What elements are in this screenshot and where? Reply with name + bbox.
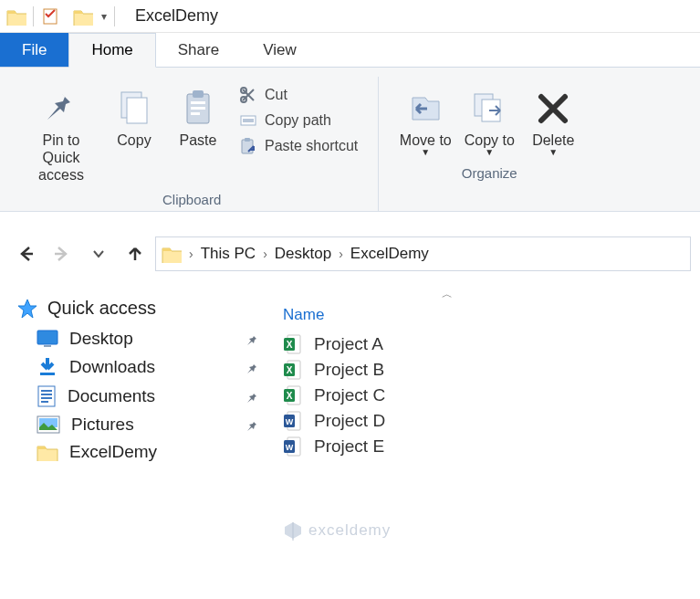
paste-button[interactable]: Paste bbox=[166, 84, 230, 152]
delete-button[interactable]: Delete ▼ bbox=[521, 84, 585, 162]
sidebar-item-pictures[interactable]: Pictures bbox=[13, 411, 261, 438]
quick-access-label: Quick access bbox=[47, 298, 156, 319]
excel-file-icon bbox=[283, 360, 303, 380]
titlebar: ▾ ExcelDemy bbox=[0, 0, 700, 33]
paste-shortcut-button[interactable]: Paste shortcut bbox=[234, 135, 363, 157]
ribbon-group-organize: Move to ▼ Copy to ▼ Delete ▼ Organize bbox=[379, 77, 600, 211]
sidebar-item-label: Pictures bbox=[71, 415, 134, 435]
sidebar-item-label: Downloads bbox=[69, 357, 155, 377]
sidebar-item-documents[interactable]: Documents bbox=[13, 382, 261, 411]
file-item[interactable]: Project B bbox=[276, 357, 691, 383]
column-header-label: Name bbox=[283, 306, 324, 324]
chevron-right-icon[interactable]: › bbox=[263, 247, 267, 261]
copy-path-button[interactable]: Copy path bbox=[234, 110, 363, 131]
pin-icon bbox=[245, 418, 257, 431]
qat-newfolder-icon[interactable] bbox=[67, 0, 99, 33]
chevron-right-icon[interactable]: › bbox=[339, 247, 343, 261]
paste-label: Paste bbox=[180, 131, 217, 149]
svg-rect-17 bbox=[243, 119, 254, 122]
svg-rect-12 bbox=[191, 107, 205, 110]
svg-rect-18 bbox=[242, 140, 253, 153]
pin-icon bbox=[245, 332, 257, 345]
pin-label: Pin to Quick access bbox=[22, 131, 100, 184]
tab-file[interactable]: File bbox=[0, 33, 68, 67]
column-header-name[interactable]: Name bbox=[276, 302, 691, 331]
file-name: Project B bbox=[314, 360, 384, 380]
file-item[interactable]: Project D bbox=[276, 408, 691, 434]
copy-label: Copy bbox=[117, 131, 151, 149]
paste-icon bbox=[182, 89, 214, 129]
tab-share[interactable]: Share bbox=[156, 33, 241, 67]
delete-icon bbox=[536, 91, 570, 126]
pin-icon bbox=[42, 89, 80, 128]
nav-back-button[interactable] bbox=[9, 237, 42, 270]
file-name: Project C bbox=[314, 385, 385, 405]
downloads-icon bbox=[37, 356, 58, 378]
tab-view[interactable]: View bbox=[241, 33, 319, 67]
breadcrumb-seg-current[interactable]: ExcelDemy bbox=[350, 245, 429, 263]
file-item[interactable]: Project E bbox=[276, 434, 691, 459]
breadcrumb[interactable]: › This PC › Desktop › ExcelDemy bbox=[155, 236, 691, 271]
documents-icon bbox=[37, 385, 57, 407]
file-item[interactable]: Project C bbox=[276, 383, 691, 408]
window-title: ExcelDemy bbox=[135, 6, 218, 26]
cut-label: Cut bbox=[265, 87, 287, 103]
folder-icon bbox=[37, 443, 58, 461]
word-file-icon bbox=[283, 411, 303, 431]
nav-up-button[interactable] bbox=[119, 237, 151, 270]
watermark-logo-icon bbox=[283, 520, 303, 541]
copy-path-label: Copy path bbox=[265, 112, 331, 129]
sidebar-item-desktop[interactable]: Desktop bbox=[13, 325, 261, 352]
watermark: exceldemy bbox=[283, 520, 391, 541]
excel-file-icon bbox=[283, 334, 303, 354]
nav-forward-button[interactable] bbox=[46, 237, 78, 270]
file-name: Project A bbox=[314, 334, 383, 354]
watermark-text: exceldemy bbox=[308, 521, 391, 540]
ribbon-group-clipboard: Pin to Quick access Copy Paste Cut Copy … bbox=[5, 77, 379, 211]
svg-rect-19 bbox=[245, 138, 250, 142]
qat-properties-icon[interactable] bbox=[34, 0, 67, 33]
file-item[interactable]: Project A bbox=[276, 331, 691, 357]
paste-shortcut-label: Paste shortcut bbox=[265, 138, 358, 154]
chevron-down-icon: ▼ bbox=[485, 147, 494, 158]
tab-home[interactable]: Home bbox=[68, 33, 155, 68]
file-list: ︿ Name Project A Project B Project C Pro… bbox=[265, 287, 691, 471]
paste-shortcut-icon bbox=[239, 137, 257, 155]
copy-button[interactable]: Copy bbox=[102, 84, 166, 152]
ribbon: Pin to Quick access Copy Paste Cut Copy … bbox=[0, 68, 700, 212]
svg-rect-23 bbox=[44, 345, 51, 347]
svg-rect-25 bbox=[38, 386, 55, 406]
pin-to-quick-access-button[interactable]: Pin to Quick access bbox=[20, 84, 102, 188]
sidebar-item-label: Desktop bbox=[69, 329, 133, 349]
sidebar-item-downloads[interactable]: Downloads bbox=[13, 352, 261, 382]
breadcrumb-seg-desktop[interactable]: Desktop bbox=[275, 245, 331, 263]
scissors-icon bbox=[239, 86, 257, 104]
nav-recent-dropdown[interactable] bbox=[82, 237, 115, 270]
svg-rect-27 bbox=[41, 394, 52, 395]
sort-indicator-icon[interactable]: ︿ bbox=[276, 287, 691, 302]
star-icon bbox=[16, 298, 38, 320]
quick-access-header[interactable]: Quick access bbox=[13, 292, 261, 325]
sidebar-item-exceldemy[interactable]: ExcelDemy bbox=[13, 438, 261, 466]
qat-dropdown-icon[interactable]: ▾ bbox=[101, 10, 107, 23]
explorer-body: Quick access Desktop Downloads Documents… bbox=[0, 279, 700, 471]
svg-rect-29 bbox=[41, 401, 48, 403]
folder-icon bbox=[162, 245, 182, 263]
pin-icon bbox=[245, 361, 257, 373]
app-folder-icon bbox=[0, 0, 33, 33]
cut-button[interactable]: Cut bbox=[234, 84, 363, 106]
svg-rect-13 bbox=[191, 112, 200, 115]
excel-file-icon bbox=[283, 385, 303, 405]
breadcrumb-seg-thispc[interactable]: This PC bbox=[201, 245, 256, 263]
copy-path-icon bbox=[239, 111, 257, 130]
word-file-icon bbox=[283, 436, 303, 457]
svg-rect-24 bbox=[40, 373, 55, 375]
copy-to-button[interactable]: Copy to ▼ bbox=[457, 84, 521, 162]
move-to-icon bbox=[405, 90, 445, 127]
pictures-icon bbox=[37, 415, 60, 434]
file-name: Project D bbox=[314, 411, 385, 431]
chevron-right-icon[interactable]: › bbox=[189, 247, 193, 261]
desktop-icon bbox=[37, 330, 58, 348]
svg-rect-28 bbox=[41, 397, 52, 399]
move-to-button[interactable]: Move to ▼ bbox=[393, 84, 457, 162]
